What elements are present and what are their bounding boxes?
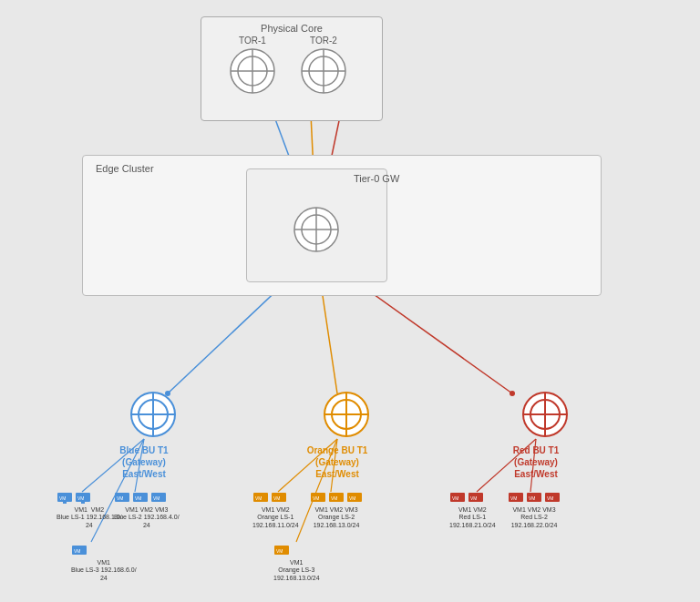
- vm-icon: VM: [252, 492, 269, 505]
- vm-icon: VM: [57, 492, 73, 505]
- tor2-label: TOR-2: [300, 36, 347, 46]
- vm-icon: VM: [449, 492, 466, 505]
- svg-text:VM: VM: [331, 495, 338, 501]
- orange-ls2-group: VM VM VM VM1 VM2 VM3 Orange LS-2192.168.…: [310, 492, 363, 529]
- svg-text:VM: VM: [452, 495, 459, 501]
- vm-icon: VM: [526, 492, 542, 505]
- vm-icon: VM: [71, 545, 88, 557]
- tier0-router: [293, 206, 340, 257]
- svg-rect-46: [81, 502, 85, 504]
- orange-bu-router-icon: [323, 391, 370, 438]
- orange-ls2-vms: VM1 VM2 VM3: [310, 506, 363, 514]
- red-bu-label: Red BU T1(Gateway)East/West: [495, 444, 577, 480]
- network-diagram: Physical Core TOR-1 TOR-2 Edge Cluster: [0, 0, 700, 602]
- blue-ls1-group: VM VM VM1 VM2 Blue LS-1 192.168.1.0/24: [57, 492, 122, 529]
- svg-text:VM: VM: [529, 495, 536, 501]
- svg-text:VM: VM: [349, 495, 356, 501]
- blue-bu-router-icon: [129, 391, 177, 438]
- red-ls2-group: VM VM VM VM1 VM2 VM3 Red LS-2192.168.22.…: [508, 492, 561, 529]
- vm-icon: VM: [508, 492, 524, 505]
- vm-icon: VM: [544, 492, 561, 505]
- tor1-icon: [229, 47, 276, 95]
- vm-icon: VM: [468, 492, 484, 505]
- orange-bu-container: Orange BU T1(Gateway)East/West: [314, 391, 378, 480]
- vm-icon: VM: [132, 492, 149, 505]
- orange-ls3-group: VM VM1 Orange LS-3192.168.13.0/24: [273, 545, 320, 582]
- svg-text:VM: VM: [547, 495, 554, 501]
- blue-ls1-label: VM1 VM2: [57, 506, 122, 514]
- svg-text:VM: VM: [255, 495, 262, 501]
- svg-text:VM: VM: [153, 495, 160, 501]
- red-ls1-subnet: Red LS-1192.168.21.0/24: [449, 514, 496, 529]
- blue-ls2-vms: VM1 VM2 VM3: [114, 506, 180, 514]
- tier0-label: Tier-0 GW: [354, 173, 399, 184]
- svg-rect-43: [63, 502, 67, 504]
- vm-icon: VM: [346, 492, 363, 505]
- svg-text:VM: VM: [77, 495, 85, 501]
- blue-ls3-subnet: Blue LS-3 192.168.6.0/24: [71, 566, 137, 582]
- orange-ls2-subnet: Orange LS-2192.168.13.0/24: [310, 514, 363, 529]
- edge-cluster-label: Edge Cluster: [96, 163, 154, 174]
- vm-icon: VM: [75, 492, 91, 505]
- physical-core-box: Physical Core TOR-1 TOR-2: [201, 16, 383, 121]
- blue-ls1-subnet: Blue LS-1 192.168.1.0/24: [57, 514, 122, 529]
- red-ls2-vms: VM1 VM2 VM3: [508, 506, 561, 514]
- red-ls1-group: VM VM VM1 VM2 Red LS-1192.168.21.0/24: [449, 492, 496, 529]
- tor1-container: TOR-1: [229, 36, 276, 98]
- svg-text:VM: VM: [313, 495, 320, 501]
- svg-text:VM: VM: [74, 548, 81, 554]
- vm-icon: VM: [328, 492, 345, 505]
- blue-bu-label: Blue BU T1(Gateway)East/West: [103, 444, 185, 480]
- svg-text:VM: VM: [59, 495, 67, 501]
- tor2-container: TOR-2: [300, 36, 347, 98]
- svg-text:VM: VM: [273, 495, 281, 501]
- tor2-icon: [300, 47, 347, 95]
- red-ls1-vms: VM1 VM2: [449, 506, 496, 514]
- vm-icon: VM: [150, 492, 167, 505]
- orange-ls1-subnet: Orange LS-1192.168.11.0/24: [252, 514, 299, 529]
- svg-text:VM: VM: [117, 495, 124, 501]
- vm-icon: VM: [271, 492, 287, 505]
- svg-text:VM: VM: [510, 495, 518, 501]
- tor1-label: TOR-1: [229, 36, 276, 46]
- blue-ls3-vms: VM1: [71, 559, 137, 566]
- physical-core-label: Physical Core: [201, 23, 382, 34]
- orange-bu-label: Orange BU T1(Gateway)East/West: [296, 444, 378, 480]
- vm-icon: VM: [310, 492, 326, 505]
- blue-ls2-group: VM VM VM VM1 VM2 VM3 Blue LS-2 192.168.4…: [114, 492, 180, 529]
- orange-ls3-vms: VM1: [273, 559, 320, 566]
- orange-ls1-group: VM VM VM1 VM2 Orange LS-1192.168.11.0/24: [252, 492, 299, 529]
- svg-text:VM: VM: [276, 548, 283, 554]
- red-bu-router-icon: [521, 391, 569, 438]
- blue-ls2-subnet: Blue LS-2 192.168.4.0/24: [114, 514, 180, 529]
- orange-ls1-vms: VM1 VM2: [252, 506, 299, 514]
- tier0-router-icon: [293, 206, 340, 253]
- red-bu-container: Red BU T1(Gateway)East/West: [512, 391, 577, 480]
- blue-ls3-group: VM VM1 Blue LS-3 192.168.6.0/24: [71, 545, 137, 582]
- svg-text:VM: VM: [135, 495, 142, 501]
- svg-text:VM: VM: [470, 495, 478, 501]
- red-ls2-subnet: Red LS-2192.168.22.0/24: [508, 514, 561, 529]
- orange-ls3-subnet: Orange LS-3192.168.13.0/24: [273, 566, 320, 582]
- vm-icon: VM: [273, 545, 290, 557]
- vm-icon: VM: [114, 492, 130, 505]
- blue-bu-container: Blue BU T1(Gateway)East/West: [120, 391, 185, 480]
